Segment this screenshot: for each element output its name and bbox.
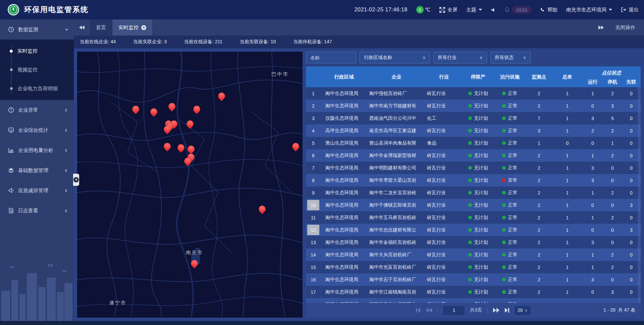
industry-filter-select[interactable]: 所有行业 ∨ (433, 52, 487, 63)
stat-label: 当前在线设备: (184, 39, 214, 44)
close-operations-button[interactable]: 关闭操作 (615, 24, 635, 31)
help-button[interactable]: 帮助 (540, 7, 557, 13)
cell-stop: 3 (603, 103, 622, 109)
status-dot (502, 154, 506, 157)
status-dot (468, 178, 472, 182)
table-row[interactable]: 16阆中生态环境局阆中市石子页岩机砖厂砖瓦行业无计划正常21300 (306, 273, 641, 286)
map-collapse-handle[interactable] (73, 174, 79, 186)
cell-limit-status: 无计划 (462, 165, 494, 171)
cell-index: 1 (306, 88, 321, 99)
sidebar-group-6[interactable]: 日志查看 (0, 201, 74, 221)
cell-index: 3 (306, 113, 321, 123)
sidebar-nav: 数据监测实时监控视频监控企业电力负荷明细企业异常企业综合统计企业用电量分析基础数… (0, 19, 74, 221)
tab-实时监控[interactable]: 实时监控× (112, 19, 153, 36)
status-filter-select[interactable]: 所有状态 ∨ (490, 52, 531, 63)
stat-value: 211 (215, 39, 222, 44)
org-dropdown[interactable]: 南充市生态环境局 (566, 7, 612, 13)
cell-meters: 1 (552, 265, 582, 270)
megaphone-icon (8, 187, 14, 194)
name-filter-input[interactable] (306, 52, 356, 63)
cell-meters: 1 (552, 165, 582, 171)
sidebar-group-4[interactable]: 基础数据管理 (0, 160, 74, 180)
cell-run: 3 (582, 165, 603, 171)
tab-首页[interactable]: 首页 (90, 19, 112, 36)
cell-index: 10 (306, 200, 321, 210)
region-filter-select[interactable]: 行政区域名称 ∨ (360, 52, 430, 63)
stat-label: 当前在线企业: (80, 39, 109, 44)
table-row[interactable]: 6阆中生态环境局阆中市金博瑞新型墙材砖瓦行业无计划正常21120 (306, 149, 641, 162)
status-dot (468, 141, 472, 145)
theme-dropdown[interactable]: 主题 (466, 7, 482, 13)
cell-points: 2 (526, 215, 552, 220)
page-number-input[interactable] (443, 306, 465, 315)
table-scrollbar[interactable] (638, 87, 641, 303)
table-row[interactable]: 8阆中生态环境局阆中市枣碧大梁山页岩砖瓦行业无计划异常21300 (306, 174, 641, 186)
tabs-scroll-left-button[interactable] (74, 19, 90, 36)
sidebar-group-3[interactable]: 企业用电量分析 (0, 140, 74, 160)
table-row[interactable]: 17阆中生态环境局阆中市江南镇阆南页岩砖瓦行业无计划正常21030 (306, 286, 641, 298)
logout-button[interactable]: 退出 (621, 7, 639, 13)
cell-index: 11 (306, 212, 321, 223)
page-title: 环保用电监管系统 (24, 5, 89, 15)
page-size-select[interactable]: 20 ∨ (515, 306, 531, 315)
cell-points: 2 (526, 240, 552, 245)
sidebar-item-视频监控[interactable]: 视频监控 (0, 60, 74, 79)
notifications-button[interactable]: 2632 (504, 6, 531, 13)
status-dot (502, 178, 506, 182)
cell-run: 1 (582, 91, 603, 96)
cell-industry: 化工 (426, 115, 462, 121)
tabs-scroll-right-button[interactable] (598, 25, 604, 30)
table-row[interactable]: 11阆中生态环境局阆中市五马桥页岩机砖砖瓦行业无计划正常21120 (306, 211, 641, 224)
status-dot (502, 141, 506, 145)
cell-limit-status: 无计划 (462, 128, 494, 134)
last-page-button[interactable] (505, 308, 509, 313)
table-row[interactable]: 7阆中生态环境局阆中明阳建材有限公司砖瓦行业无计划正常21300 (306, 162, 641, 174)
sidebar-group-5[interactable]: 应急减排管理 (0, 180, 74, 201)
cell-company: 阆中市光富页岩机砖厂 (367, 264, 426, 270)
table-row[interactable]: 3仪陇生态环境局西南油气田分公司川中化工无计划正常71350 (306, 112, 641, 124)
sidebar-group-1[interactable]: 企业异常 (0, 100, 74, 120)
sidebar-group-label: 基础数据管理 (18, 167, 65, 174)
map-panel[interactable]: 巴中市南充市遂宁市 (77, 52, 303, 318)
cell-points: 2 (526, 153, 552, 158)
table-row[interactable]: 1阆中生态环境局阆中强锐页岩砖厂砖瓦行业无计划正常21120 (306, 87, 641, 100)
next-page-button[interactable] (493, 308, 499, 313)
sidebar-group-0[interactable]: 数据监测 (0, 19, 74, 40)
cell-limit-status: 无计划 (462, 227, 494, 233)
table-row[interactable]: 15阆中生态环境局阆中市光富页岩机砖厂砖瓦行业无计划正常21120 (306, 261, 641, 273)
cell-points: 2 (526, 91, 552, 96)
cell-company: 阆中市南方节能建材有 (367, 103, 426, 109)
cell-meters: 1 (552, 289, 582, 295)
prev-page-button[interactable] (426, 308, 432, 313)
cell-run: 3 (582, 116, 603, 121)
bullet-icon (10, 50, 13, 53)
datetime: 2021-02-25 17:46:18 (355, 7, 408, 13)
table-row[interactable]: 18南部生态环境局南部县砚华水泥有限公建材加工无计划正常60050 (306, 298, 641, 303)
first-page-button[interactable] (416, 308, 420, 313)
table-row[interactable]: 9阆中生态环境局阆中市二龙长宝页岩砖砖瓦行业无计划正常21120 (306, 186, 641, 199)
table-row[interactable]: 5营山生态环境局营山县润丰肉食品有限食品无计划正常10010 (306, 137, 641, 149)
sidebar-item-label: 视频监控 (17, 67, 38, 73)
cell-region: 阆中生态环境局 (321, 190, 367, 196)
cell-facility-status: 正常 (494, 115, 526, 121)
sidebar-group-2[interactable]: 企业综合统计 (0, 120, 74, 140)
cell-company: 阆中市石子页岩机砖厂 (367, 277, 426, 283)
table-row[interactable]: 13阆中生态环境局阆中市金福旺页岩机砖砖瓦行业无计划正常21300 (306, 236, 641, 249)
status-dot (468, 191, 472, 195)
table-row[interactable]: 2阆中生态环境局阆中市南方节能建材有砖瓦行业无计划正常21030 (306, 100, 641, 112)
sidebar-item-企业电力负荷明细[interactable]: 企业电力负荷明细 (0, 79, 74, 98)
col-header-企业: 企业 (367, 66, 426, 87)
table-row[interactable]: 14阆中生态环境局阆中大兴页岩机砖厂砖瓦行业无计划正常21120 (306, 249, 641, 261)
table-row[interactable]: 10阆中生态环境局阆中千佛镇五郎垭页岩砖瓦行业无计划正常21003 (306, 199, 641, 211)
cell-limit-status: 无计划 (462, 252, 494, 258)
stat-value: 3 (164, 39, 167, 44)
fullscreen-button[interactable]: 全屏 (439, 7, 458, 13)
filter-bar: 行政区域名称 ∨ 所有行业 ∨ 所有状态 ∨ (306, 52, 641, 63)
table-row[interactable]: 4高坪生态环境局南充市高坪区王家店建砖瓦行业无计划正常31220 (306, 124, 641, 137)
close-icon[interactable]: × (141, 25, 146, 30)
logout-label: 退出 (629, 7, 639, 13)
mute-button[interactable] (491, 7, 496, 12)
sidebar-item-实时监控[interactable]: 实时监控 (0, 42, 74, 60)
table-panel: 行政区域名称 ∨ 所有行业 ∨ 所有状态 ∨ 行政区域企业行业停限产治污设施监测… (306, 52, 641, 318)
table-row[interactable]: 12阆中生态环境局阆中市忠信建材有限公砖瓦行业无计划正常21003 (306, 224, 641, 236)
